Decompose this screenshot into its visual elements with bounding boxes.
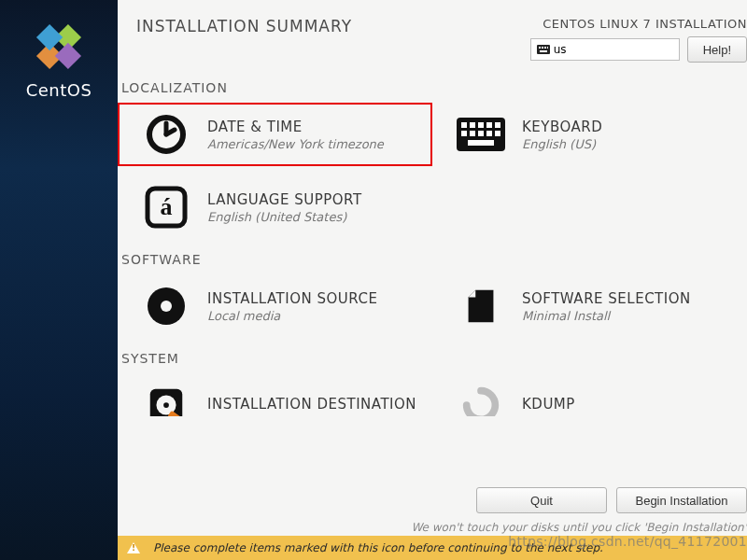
spoke-date-time[interactable]: DATE & TIME Americas/New York timezone: [118, 103, 432, 166]
svg-point-31: [163, 402, 169, 408]
section-heading-software: SOFTWARE: [121, 252, 747, 267]
sidebar: CentOS: [0, 0, 118, 560]
spoke-installation-source[interactable]: INSTALLATION SOURCE Local media: [118, 274, 432, 338]
help-button[interactable]: Help!: [687, 36, 747, 63]
svg-rect-8: [547, 47, 548, 49]
spoke-title: DATE & TIME: [207, 119, 384, 135]
centos-logo-icon: [33, 21, 85, 73]
svg-text:á: á: [161, 193, 173, 220]
begin-installation-button[interactable]: Begin Installation: [616, 487, 747, 513]
spoke-language-support[interactable]: á LANGUAGE SUPPORT English (United State…: [118, 175, 432, 239]
keyboard-layout-indicator[interactable]: us: [530, 38, 680, 61]
svg-rect-6: [542, 47, 543, 49]
svg-rect-9: [540, 50, 547, 52]
spoke-installation-destination[interactable]: INSTALLATION DESTINATION: [118, 373, 432, 416]
svg-rect-24: [468, 140, 494, 146]
kdump-icon: [457, 381, 505, 416]
spoke-software-selection[interactable]: SOFTWARE SELECTION Minimal Install: [432, 274, 747, 338]
svg-rect-14: [461, 122, 467, 128]
spoke-status: English (US): [522, 137, 602, 151]
language-icon: á: [142, 183, 190, 231]
svg-rect-2: [55, 43, 81, 69]
spoke-title: KDUMP: [522, 396, 575, 413]
spoke-title: KEYBOARD: [522, 119, 602, 135]
svg-rect-18: [495, 122, 500, 128]
svg-rect-23: [495, 131, 500, 136]
disc-icon: [142, 282, 190, 330]
spoke-kdump[interactable]: KDUMP: [432, 373, 747, 416]
warning-icon: [127, 542, 140, 553]
spoke-title: INSTALLATION DESTINATION: [207, 396, 416, 413]
brand-label: CentOS: [26, 80, 92, 100]
page-title: INSTALLATION SUMMARY: [136, 17, 352, 35]
spoke-title: INSTALLATION SOURCE: [207, 290, 377, 307]
svg-rect-17: [486, 122, 492, 128]
warning-text: Please complete items marked with this i…: [153, 541, 603, 554]
footer-hint: We won't touch your disks until you clic…: [411, 521, 747, 534]
package-icon: [457, 282, 505, 330]
svg-rect-19: [461, 131, 467, 136]
spoke-title: SOFTWARE SELECTION: [522, 290, 691, 307]
section-heading-system: SYSTEM: [121, 351, 747, 366]
main-panel: INSTALLATION SUMMARY CENTOS LINUX 7 INST…: [118, 0, 747, 560]
svg-rect-4: [537, 45, 550, 54]
svg-rect-7: [544, 47, 546, 49]
footer-buttons: Quit Begin Installation: [476, 487, 747, 513]
svg-rect-3: [36, 24, 63, 50]
svg-point-28: [161, 301, 172, 312]
svg-rect-20: [470, 131, 475, 136]
keyboard-icon: [537, 44, 550, 55]
page-subtitle: CENTOS LINUX 7 INSTALLATION: [530, 17, 747, 31]
spoke-status: Local media: [207, 309, 377, 323]
svg-rect-5: [539, 47, 541, 49]
spoke-status: Americas/New York timezone: [207, 137, 384, 151]
header: INSTALLATION SUMMARY CENTOS LINUX 7 INST…: [118, 0, 747, 67]
svg-rect-15: [470, 122, 475, 128]
clock-icon: [142, 110, 190, 159]
svg-rect-21: [478, 131, 484, 136]
disk-icon: [142, 381, 190, 416]
svg-rect-22: [486, 131, 492, 136]
quit-button[interactable]: Quit: [476, 487, 607, 513]
spoke-status: Minimal Install: [522, 309, 691, 323]
spoke-title: LANGUAGE SUPPORT: [207, 191, 362, 208]
keyboard-icon: [457, 110, 505, 159]
section-heading-localization: LOCALIZATION: [121, 80, 747, 95]
warning-bar: Please complete items marked with this i…: [118, 536, 747, 560]
svg-rect-16: [478, 122, 484, 128]
keyboard-layout-label: us: [554, 43, 567, 56]
spoke-keyboard[interactable]: KEYBOARD English (US): [432, 103, 747, 166]
spoke-status: English (United States): [207, 210, 362, 224]
